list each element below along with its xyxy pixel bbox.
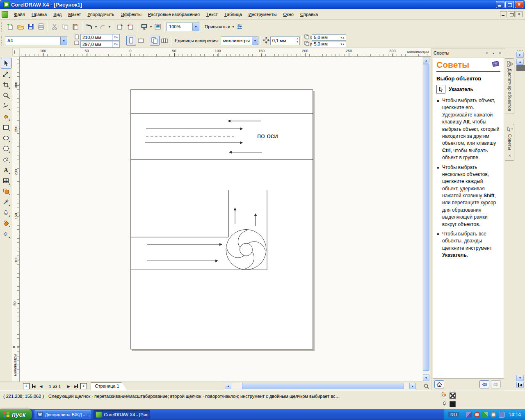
next-page-button[interactable]: ▶	[66, 383, 72, 390]
cut-button[interactable]	[50, 22, 60, 32]
units-arrow[interactable]: ▾	[252, 37, 258, 45]
palette-flyout-button[interactable]: ▸	[516, 52, 524, 58]
fill-color-swatch[interactable]	[450, 393, 456, 399]
paper-height-spinners[interactable]: ▾▴	[112, 41, 119, 47]
save-button[interactable]	[25, 22, 36, 32]
menu-item[interactable]: Растровые изображения	[145, 10, 203, 19]
redo-button[interactable]	[98, 22, 108, 32]
network-tray-icon[interactable]	[466, 412, 472, 418]
help-book-icon[interactable]: ?	[491, 60, 500, 69]
display-tray-icon[interactable]	[499, 412, 504, 418]
nudge-spinners[interactable]: ▴▾	[295, 37, 299, 45]
horizontal-scrollbar[interactable]: ◂ ▸	[225, 383, 416, 390]
drawing-canvas[interactable]: по оси	[20, 57, 422, 381]
undo-button[interactable]	[84, 22, 94, 32]
paste-button[interactable]	[70, 22, 80, 32]
docker-rollup-button[interactable]: ▲	[490, 50, 497, 56]
paper-type-combo[interactable]: A4 ▾	[5, 37, 67, 45]
paper-width-field[interactable]: 210,0 мм ▾▴	[80, 34, 120, 41]
navigator-zoom-button[interactable]	[423, 382, 430, 390]
tab-hints[interactable]: ? Советы ×	[505, 124, 514, 161]
scroll-up-button[interactable]: ▴	[423, 57, 429, 64]
text-tool[interactable]: A	[1, 164, 11, 175]
options-button[interactable]	[235, 22, 245, 32]
menu-item[interactable]: Инструменты	[245, 10, 280, 19]
vertical-scroll-thumb[interactable]	[423, 64, 429, 371]
palette-scroll-up-button[interactable]: ▴	[516, 59, 524, 65]
taskbar-item-word[interactable]: W Дисциплина БЖД - …	[34, 410, 91, 419]
current-page-button[interactable]	[160, 36, 169, 46]
tab-object-manager[interactable]: Диспетчер объектов	[505, 58, 514, 114]
palette-scroll-down-button[interactable]: ▾	[516, 375, 524, 381]
hints-tab-close[interactable]: ×	[508, 153, 511, 158]
menu-item[interactable]: Упорядочить	[84, 10, 117, 19]
launcher-dropdown[interactable]: ▾	[149, 25, 153, 29]
all-pages-button[interactable]	[150, 36, 160, 46]
units-combo[interactable]: миллиметры ▾	[221, 37, 258, 45]
menu-item[interactable]: Макет	[65, 10, 84, 19]
snap-to-dropdown[interactable]: ▾	[231, 25, 235, 29]
duplicate-x-spinners[interactable]: ▾▴	[339, 35, 346, 40]
home-button[interactable]	[434, 380, 444, 388]
volume-tray-icon[interactable]	[491, 412, 496, 418]
docker-menu-button[interactable]: »	[484, 50, 490, 56]
update-tray-icon[interactable]	[482, 412, 488, 418]
menu-item[interactable]: Вид	[50, 10, 65, 19]
horizontal-scroll-thumb[interactable]	[242, 383, 404, 389]
duplicate-x-field[interactable]: 5,0 мм ▾▴	[312, 34, 346, 41]
menu-item[interactable]: Справка	[297, 10, 321, 19]
menu-item[interactable]: Таблица	[221, 10, 245, 19]
zoom-tool[interactable]	[1, 90, 11, 100]
snap-to-label[interactable]: Привязать к	[203, 24, 231, 29]
last-page-button[interactable]: ▶	[73, 383, 80, 390]
blocked-tray-icon[interactable]	[474, 412, 480, 418]
add-page-button-2[interactable]: +	[80, 383, 87, 389]
page-tab[interactable]: Страница 1	[91, 382, 127, 390]
paper-height-field[interactable]: 297,0 мм ▾▴	[80, 41, 120, 48]
fill-tool[interactable]	[1, 218, 11, 228]
taskbar-clock[interactable]: 14:14	[509, 412, 521, 418]
first-page-button[interactable]: ◀	[30, 383, 37, 390]
previous-page-button[interactable]: ◀	[38, 383, 44, 390]
menu-item[interactable]: Файл	[11, 10, 28, 19]
menu-item[interactable]: Правка	[28, 10, 50, 19]
table-tool[interactable]	[1, 175, 11, 186]
zoom-level-combo[interactable]: 100% ▾	[167, 23, 199, 31]
vertical-ruler[interactable]: миллиметры 300250200150100500	[12, 57, 20, 381]
outline-pen-tool[interactable]	[1, 207, 11, 218]
restore-button[interactable]	[505, 1, 514, 8]
ellipse-tool[interactable]	[1, 132, 11, 143]
new-document-button[interactable]	[5, 22, 15, 32]
blend-tool[interactable]	[1, 186, 11, 196]
paper-width-spinners[interactable]: ▾▴	[112, 34, 119, 40]
open-button[interactable]	[15, 22, 25, 32]
pointer-tool-icon[interactable]	[436, 85, 445, 94]
outline-status[interactable]	[441, 401, 456, 408]
fill-status[interactable]	[441, 392, 456, 399]
pick-tool[interactable]	[1, 58, 11, 68]
horizontal-ruler[interactable]: миллиметры 10050050100150200250300	[20, 48, 431, 57]
welcome-screen-button[interactable]	[153, 22, 163, 32]
redo-dropdown[interactable]: ▾	[108, 25, 111, 29]
undo-dropdown[interactable]: ▾	[94, 25, 98, 29]
propbar-grip[interactable]	[1, 36, 3, 46]
scroll-left-button[interactable]: ◂	[225, 383, 231, 389]
doc-minimize-button[interactable]	[500, 11, 507, 17]
document-page[interactable]: по оси	[130, 89, 313, 349]
duplicate-y-field[interactable]: 5,0 мм ▾▴	[312, 41, 346, 47]
interactive-fill-tool[interactable]	[1, 228, 11, 239]
crop-tool[interactable]	[1, 79, 11, 90]
zoom-combo-arrow[interactable]: ▾	[192, 23, 199, 31]
palette-expand-button[interactable]: ◀	[516, 382, 524, 388]
rectangle-tool[interactable]	[1, 122, 11, 132]
language-indicator[interactable]: RU	[448, 412, 459, 418]
taskbar-item-coreldraw[interactable]: CorelDRAW X4 - [Рис…	[94, 410, 150, 419]
menu-item[interactable]: Текст	[203, 10, 221, 19]
doc-restore-button[interactable]	[508, 11, 515, 17]
application-launcher-button[interactable]	[139, 22, 149, 32]
eyedropper-tool[interactable]	[1, 196, 11, 207]
palette-drag-handle[interactable]	[517, 50, 523, 51]
docker-close-button[interactable]: ×	[497, 50, 503, 56]
add-page-button[interactable]: +	[23, 383, 30, 389]
basic-shapes-tool[interactable]	[1, 154, 11, 164]
